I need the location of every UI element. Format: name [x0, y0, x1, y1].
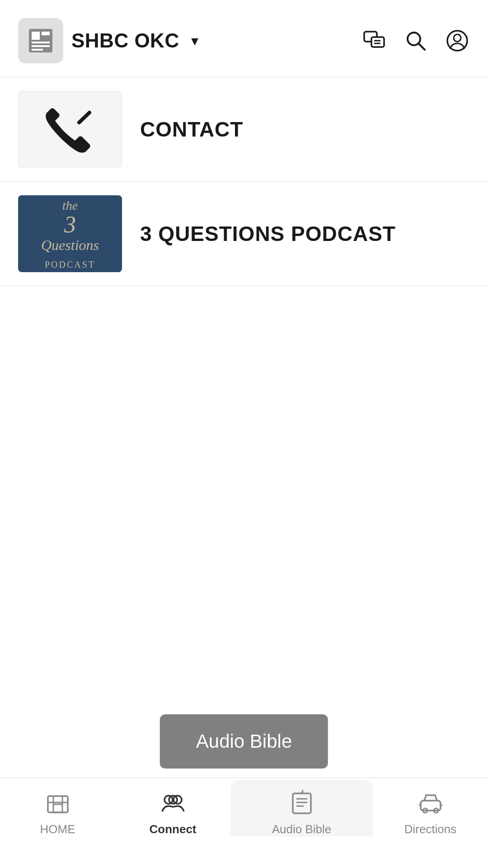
svg-rect-4	[32, 45, 50, 47]
directions-nav-label: Directions	[404, 822, 457, 836]
svg-rect-2	[42, 32, 50, 35]
svg-rect-16	[53, 804, 62, 812]
podcast-thumbnail: the 3 Questions Podcast	[18, 195, 122, 272]
svg-line-11	[418, 43, 425, 50]
nav-item-directions[interactable]: Directions	[373, 789, 488, 836]
app-header: SHBC OKC ▾	[0, 0, 488, 77]
app-logo	[18, 18, 63, 63]
audio-bible-fab-button[interactable]: Audio Bible	[160, 714, 328, 769]
svg-rect-5	[32, 49, 43, 51]
svg-line-14	[79, 113, 89, 123]
podcast-inner-art: the 3 Questions Podcast	[18, 195, 122, 272]
home-icon	[43, 789, 72, 818]
svg-rect-3	[32, 42, 50, 43]
connect-nav-label: Connect	[150, 822, 197, 836]
app-title: SHBC OKC	[71, 29, 179, 52]
nav-item-home[interactable]: HOME	[0, 789, 115, 836]
header-logo-group[interactable]: SHBC OKC ▾	[18, 18, 361, 63]
podcast-the-text: the	[62, 198, 78, 213]
podcast-podcast-text: Podcast	[45, 259, 95, 270]
profile-icon[interactable]	[445, 28, 470, 53]
nav-item-audio-bible[interactable]: Audio Bible	[230, 780, 373, 836]
search-icon[interactable]	[403, 28, 428, 53]
main-list: CONTACT the 3 Questions Podcast 3 QUESTI…	[0, 77, 488, 286]
podcast-questions-text: Questions	[41, 236, 99, 254]
nav-item-connect[interactable]: Connect	[115, 789, 230, 836]
contact-list-item[interactable]: CONTACT	[0, 77, 488, 182]
contact-thumbnail	[18, 91, 122, 168]
audio-bible-icon	[287, 789, 316, 818]
chat-icon[interactable]	[361, 28, 387, 53]
home-nav-label: HOME	[40, 822, 75, 836]
header-action-icons	[361, 28, 470, 53]
podcast-number-text: 3	[64, 213, 76, 236]
audio-bible-nav-label: Audio Bible	[272, 822, 332, 836]
podcast-list-item[interactable]: the 3 Questions Podcast 3 QUESTIONS PODC…	[0, 182, 488, 286]
svg-rect-1	[32, 32, 40, 40]
contact-label: CONTACT	[140, 117, 243, 142]
svg-point-13	[454, 34, 461, 42]
svg-rect-23	[293, 793, 311, 813]
chevron-down-icon[interactable]: ▾	[191, 32, 198, 49]
podcast-label: 3 QUESTIONS PODCAST	[140, 222, 396, 246]
directions-icon	[416, 789, 445, 818]
bottom-navigation: HOME Connect Audio Bible	[0, 778, 488, 868]
connect-icon	[159, 789, 188, 818]
svg-rect-7	[371, 37, 384, 47]
